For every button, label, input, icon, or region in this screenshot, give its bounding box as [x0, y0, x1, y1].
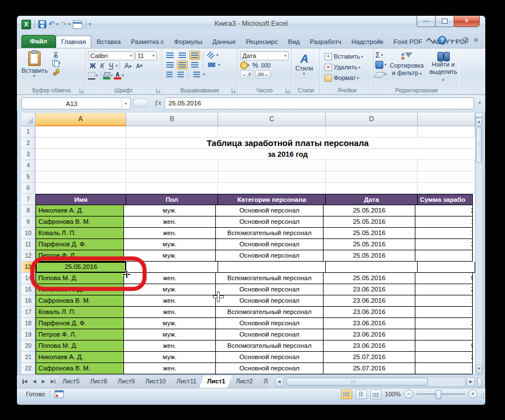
cell-gender[interactable]: жен.	[124, 307, 216, 318]
column-header-B[interactable]: B	[126, 113, 218, 126]
cell-date[interactable]: 25.05.2016	[324, 250, 415, 262]
cell[interactable]	[326, 160, 418, 171]
sheet-tab-Лист2[interactable]: Лист2	[228, 375, 260, 388]
cell[interactable]	[218, 171, 326, 183]
cell-name[interactable]: Николаев А. Д.	[36, 352, 124, 363]
horizontal-scroll-thumb[interactable]	[286, 378, 428, 386]
cell-category[interactable]: Основной персонал	[216, 363, 324, 374]
shrink-font-button[interactable]: A▾	[134, 61, 144, 70]
sheet-tab-Лист11[interactable]: Лист11	[169, 375, 203, 388]
normal-view-button[interactable]	[341, 390, 352, 399]
tab-6[interactable]: Рецензирс	[241, 36, 283, 48]
scroll-down-icon[interactable]: ▼	[476, 365, 482, 373]
cell-category[interactable]: Основной персонал	[216, 318, 324, 329]
selected-cell-A13[interactable]: 25.05.2016	[36, 262, 126, 273]
autosum-button[interactable]: Σ▾	[375, 51, 387, 59]
font-size-select[interactable]: 11▾	[135, 51, 157, 60]
tab-5[interactable]: Данные	[207, 36, 241, 48]
cell[interactable]	[36, 149, 126, 160]
tab-7[interactable]: Вид	[283, 36, 305, 48]
cell-gender[interactable]: муж.	[124, 318, 216, 329]
cell-category[interactable]: Основной персонал	[216, 216, 324, 228]
cell-date[interactable]: 25.05.2016	[324, 205, 415, 216]
row-header-18[interactable]: 18	[21, 318, 36, 329]
cell-category[interactable]: Вспомогательный персонал	[216, 228, 324, 239]
sheet-tab-Лист5[interactable]: Лист5	[55, 375, 86, 388]
row-header-21[interactable]: 21	[21, 352, 36, 363]
cell-name[interactable]: Попова М. Д.	[36, 341, 124, 352]
cell-date[interactable]: 25.05.2016	[324, 239, 415, 250]
name-box[interactable]: A13 ▾	[21, 98, 131, 109]
cell-category[interactable]: Основной персонал	[216, 250, 324, 262]
row-header-11[interactable]: 11	[21, 239, 36, 250]
cell-category[interactable]: Вспомогательный персонал	[216, 341, 324, 352]
cell-gender[interactable]: муж.	[124, 329, 216, 341]
align-center-button[interactable]	[177, 60, 188, 69]
comma-format-button[interactable]: 000	[261, 63, 271, 69]
fill-color-icon[interactable]	[103, 72, 110, 79]
cell-name[interactable]: Николаев А. Д.	[36, 205, 124, 216]
cell[interactable]	[36, 126, 126, 138]
cell-name[interactable]: Петров Ф. Л.	[36, 329, 124, 341]
formula-input[interactable]: 25.05.2016	[165, 98, 474, 109]
column-header-D[interactable]: D	[326, 113, 418, 126]
cell-date[interactable]: 23.06.2016	[324, 318, 415, 329]
font-name-select[interactable]: Calibri▾	[88, 51, 134, 60]
cell-gender[interactable]: жен.	[124, 273, 216, 284]
next-sheet-icon[interactable]: ▶	[39, 378, 47, 386]
vertical-scroll-thumb[interactable]	[476, 127, 482, 163]
prev-sheet-icon[interactable]: ◀	[30, 378, 38, 386]
cell-gender[interactable]: муж.	[124, 239, 216, 250]
sheet-tab-Лист1[interactable]: Лист1	[200, 375, 232, 388]
fill-button[interactable]: ↓▾	[375, 60, 387, 69]
cut-icon[interactable]	[52, 51, 59, 58]
cell-gender[interactable]: муж.	[124, 205, 216, 216]
scroll-up-icon[interactable]: ▲	[476, 118, 482, 126]
cell-gender[interactable]: жен.	[124, 295, 216, 307]
borders-icon[interactable]	[88, 72, 95, 79]
format-cells-button[interactable]: Формат▾	[325, 74, 373, 82]
orientation-button[interactable]	[206, 51, 215, 60]
number-format-select[interactable]: Дата▾	[240, 51, 289, 60]
cell-category[interactable]: Основной персонал	[216, 205, 324, 216]
tab-3[interactable]: Разметка с	[126, 36, 169, 48]
tab-8[interactable]: Разработч	[305, 36, 347, 48]
close-button[interactable]: ×	[454, 16, 480, 27]
cell[interactable]	[418, 262, 475, 273]
cell-name[interactable]: Попова М. Д.	[36, 273, 124, 284]
table-subtitle[interactable]: за 2016 год	[126, 149, 475, 160]
split-handle[interactable]	[476, 113, 482, 118]
row-header-13[interactable]: 13	[21, 262, 36, 273]
expand-formula-bar-icon[interactable]: ▾	[476, 100, 483, 106]
percent-format-button[interactable]: %	[252, 61, 259, 69]
table-header-cell[interactable]: Пол	[126, 194, 218, 205]
table-header-cell[interactable]: Категория персонала	[218, 194, 326, 205]
sheet-tab-Лист9[interactable]: Лист9	[110, 375, 141, 388]
cell-category[interactable]: Основной персонал	[216, 295, 324, 307]
cell-date[interactable]	[326, 262, 418, 273]
cell[interactable]: 1	[415, 363, 473, 374]
cell-name[interactable]: Парфенов Д. Ф.	[36, 239, 124, 250]
zoom-out-icon[interactable]: −	[404, 390, 413, 399]
resize-grip[interactable]	[479, 393, 484, 399]
zoom-in-icon[interactable]: +	[468, 390, 477, 399]
cell[interactable]	[126, 160, 218, 171]
align-right-button[interactable]	[189, 60, 200, 69]
cell[interactable]	[36, 171, 126, 183]
cell[interactable]	[326, 183, 418, 194]
cell-gender[interactable]	[126, 262, 218, 273]
delete-cells-button[interactable]: ×Удалить▾	[325, 63, 373, 72]
title-bar[interactable]: X ↶▾ ↷▾ ▾ Книга3 - Microsoft Excel — ×	[17, 16, 485, 33]
cell[interactable]	[418, 126, 475, 138]
table-header-cell[interactable]: Сумма зарабо	[418, 194, 473, 205]
grow-font-button[interactable]: A▴	[122, 61, 133, 70]
cell[interactable]	[36, 138, 126, 149]
cell-name[interactable]: Парфенов Д. Ф.	[36, 318, 124, 329]
find-select-button[interactable]: Найти и выделить ▾	[427, 50, 459, 84]
horizontal-scrollbar[interactable]: ◀ ▶	[275, 377, 483, 387]
tab-9[interactable]: Надстройк	[346, 36, 388, 48]
cell-date[interactable]: 23.06.2016	[324, 284, 415, 295]
workbook-restore-icon[interactable]: ❐	[463, 37, 468, 44]
align-top-button[interactable]	[165, 51, 175, 60]
cell-category[interactable]: Вспомогательный персонал	[216, 307, 324, 318]
